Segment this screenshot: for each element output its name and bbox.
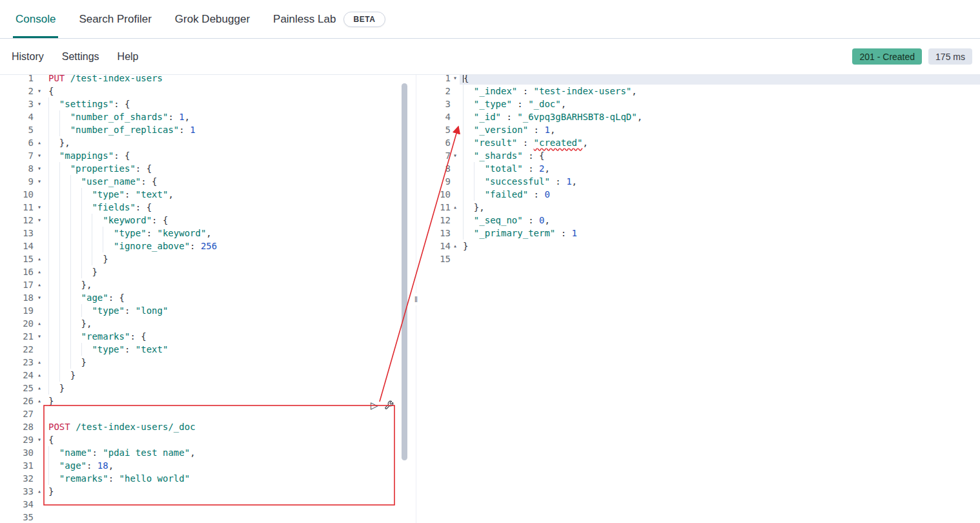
code-line[interactable]: "age": 18,: [45, 459, 411, 472]
output-line[interactable]: "result" : "created",: [460, 136, 980, 149]
fold-open-icon[interactable]: ▾: [451, 75, 460, 85]
fold-close-icon[interactable]: ▴: [34, 369, 45, 382]
output-line[interactable]: },: [460, 201, 980, 214]
request-editor[interactable]: 1PUT /test-index-users2▾{3▾"settings": {…: [0, 75, 411, 523]
code-line[interactable]: }: [45, 369, 411, 382]
code-line[interactable]: "remarks": {: [45, 330, 411, 343]
code-line[interactable]: "remarks": "hello world": [45, 472, 411, 485]
fold-spacer: [34, 446, 45, 459]
code-line[interactable]: "age": {: [45, 291, 411, 304]
editor-scrollbar[interactable]: [402, 83, 407, 460]
indent-guide: [48, 446, 59, 459]
fold-close-icon[interactable]: ▴: [34, 356, 45, 369]
code-line[interactable]: {: [45, 85, 411, 97]
code-line[interactable]: "ignore_above": 256: [45, 240, 411, 252]
tab-console[interactable]: Console: [4, 0, 67, 38]
output-line[interactable]: }: [460, 240, 980, 252]
code-line[interactable]: "number_of_replicas": 1: [45, 123, 411, 136]
output-line[interactable]: "_index" : "test-index-users",: [460, 85, 980, 97]
line-number: 8: [421, 162, 451, 175]
code-line[interactable]: }: [45, 356, 411, 369]
fold-close-icon[interactable]: ▴: [451, 240, 460, 252]
output-line[interactable]: {: [460, 75, 980, 85]
output-line[interactable]: [460, 252, 980, 265]
tab-search-profiler[interactable]: Search Profiler: [67, 0, 163, 38]
code-line[interactable]: [45, 407, 411, 420]
token-punct: : {: [130, 331, 146, 342]
fold-close-icon[interactable]: ▴: [34, 252, 45, 265]
pane-resizer[interactable]: ‖: [411, 75, 421, 523]
indent-guide: [474, 162, 485, 175]
fold-open-icon[interactable]: ▾: [34, 291, 45, 304]
fold-close-icon[interactable]: ▴: [451, 201, 460, 214]
fold-open-icon[interactable]: ▾: [34, 85, 45, 97]
fold-open-icon[interactable]: ▾: [34, 433, 45, 446]
send-request-play-icon[interactable]: ▷: [371, 400, 378, 410]
history-menu-item[interactable]: History: [12, 51, 44, 63]
fold-spacer: [34, 407, 45, 420]
code-line[interactable]: "mappings": {: [45, 149, 411, 162]
code-line[interactable]: "fields": {: [45, 201, 411, 214]
code-line[interactable]: },: [45, 136, 411, 149]
token-key: "ignore_above": [114, 241, 190, 251]
fold-open-icon[interactable]: ▾: [451, 149, 460, 162]
code-line[interactable]: POST /test-index-users/_doc: [45, 420, 411, 433]
fold-open-icon[interactable]: ▾: [34, 175, 45, 188]
token-key: "result": [474, 138, 517, 148]
fold-close-icon[interactable]: ▴: [34, 395, 45, 407]
fold-close-icon[interactable]: ▴: [34, 317, 45, 330]
code-line[interactable]: "name": "pdai test name",: [45, 446, 411, 459]
code-line[interactable]: "type": "text",: [45, 188, 411, 201]
code-line[interactable]: },: [45, 278, 411, 291]
fold-close-icon[interactable]: ▴: [34, 382, 45, 395]
code-line[interactable]: "keyword": {: [45, 214, 411, 227]
settings-menu-item[interactable]: Settings: [62, 51, 99, 63]
code-line[interactable]: "type": "long": [45, 304, 411, 317]
response-output-pane[interactable]: 1▾{2"_index" : "test-index-users",3"_typ…: [421, 75, 980, 523]
output-line[interactable]: "total" : 2,: [460, 162, 980, 175]
output-line[interactable]: "_id" : "_6vpq3gBARHSBT8-qLqD",: [460, 110, 980, 123]
code-line[interactable]: "number_of_shards": 1,: [45, 110, 411, 123]
code-line[interactable]: }: [45, 395, 411, 407]
token-punct: :: [125, 305, 136, 316]
output-line[interactable]: "_seq_no" : 0,: [460, 214, 980, 227]
fold-close-icon[interactable]: ▴: [34, 278, 45, 291]
output-line[interactable]: "_shards" : {: [460, 149, 980, 162]
tab-grok-debugger[interactable]: Grok Debugger: [163, 0, 261, 38]
code-line[interactable]: [45, 498, 411, 511]
code-line[interactable]: "type": "keyword",: [45, 227, 411, 240]
code-line[interactable]: },: [45, 317, 411, 330]
code-line[interactable]: }: [45, 265, 411, 278]
output-line[interactable]: "_type" : "_doc",: [460, 97, 980, 110]
editor-row: 1PUT /test-index-users: [0, 75, 411, 85]
code-line[interactable]: "properties": {: [45, 162, 411, 175]
wrench-icon[interactable]: [384, 400, 394, 410]
fold-open-icon[interactable]: ▾: [34, 330, 45, 343]
fold-open-icon[interactable]: ▾: [34, 149, 45, 162]
code-line[interactable]: {: [45, 433, 411, 446]
code-line[interactable]: PUT /test-index-users: [45, 75, 411, 85]
code-line[interactable]: [45, 511, 411, 523]
output-line[interactable]: "failed" : 0: [460, 188, 980, 201]
tab-painless-lab[interactable]: Painless Lab BETA: [261, 0, 397, 38]
fold-open-icon[interactable]: ▾: [34, 97, 45, 110]
code-line[interactable]: "settings": {: [45, 97, 411, 110]
code-line[interactable]: }: [45, 485, 411, 498]
fold-close-icon[interactable]: ▴: [34, 136, 45, 149]
code-line[interactable]: "type": "text": [45, 343, 411, 356]
fold-open-icon[interactable]: ▾: [34, 201, 45, 214]
token-punct: },: [81, 318, 92, 329]
fold-open-icon[interactable]: ▾: [34, 214, 45, 227]
code-line[interactable]: }: [45, 252, 411, 265]
help-menu-item[interactable]: Help: [117, 51, 139, 63]
code-line[interactable]: }: [45, 382, 411, 395]
editor-row: 21▾"remarks": {: [0, 330, 411, 343]
output-line[interactable]: "_primary_term" : 1: [460, 227, 980, 240]
output-line[interactable]: "successful" : 1,: [460, 175, 980, 188]
output-line[interactable]: "_version" : 1,: [460, 123, 980, 136]
fold-close-icon[interactable]: ▴: [34, 265, 45, 278]
code-line[interactable]: "user_name": {: [45, 175, 411, 188]
fold-close-icon[interactable]: ▴: [34, 485, 45, 498]
request-editor-pane[interactable]: 1PUT /test-index-users2▾{3▾"settings": {…: [0, 75, 411, 523]
fold-open-icon[interactable]: ▾: [34, 162, 45, 175]
